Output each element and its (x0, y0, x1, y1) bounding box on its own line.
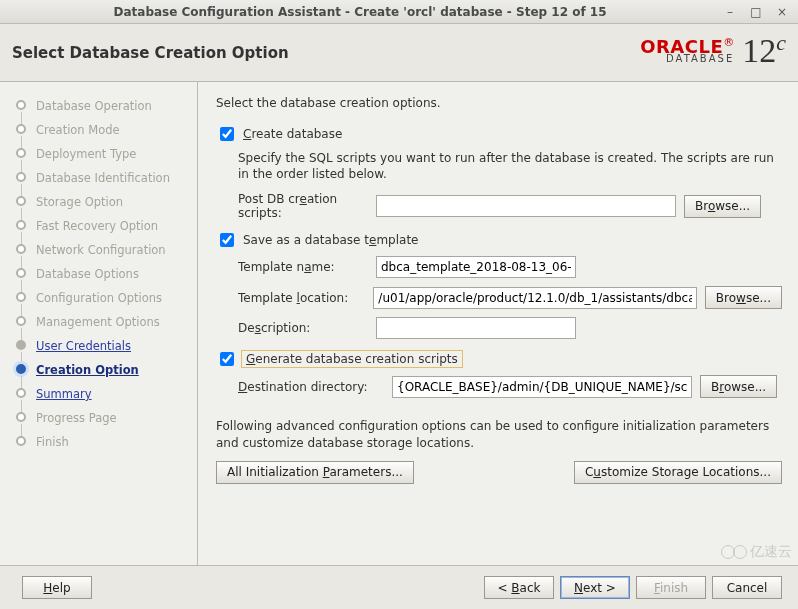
oracle-logo: ORACLE® DATABASE 12c (640, 32, 786, 68)
destination-dir-input[interactable] (392, 376, 692, 398)
window-titlebar: Database Configuration Assistant - Creat… (0, 0, 798, 24)
post-scripts-browse-button[interactable]: Browse... (684, 195, 761, 218)
step-configuration-options: Configuration Options (18, 286, 189, 310)
destination-dir-browse-button[interactable]: Browse... (700, 375, 777, 398)
page-title: Select Database Creation Option (12, 44, 289, 62)
cancel-button[interactable]: Cancel (712, 576, 782, 599)
step-database-identification: Database Identification (18, 166, 189, 190)
step-database-operation: Database Operation (18, 94, 189, 118)
step-network-configuration: Network Configuration (18, 238, 189, 262)
template-location-browse-button[interactable]: Browse... (705, 286, 782, 309)
version-number: 12 (742, 32, 776, 69)
step-finish: Finish (18, 430, 189, 454)
maximize-icon[interactable]: □ (748, 4, 764, 20)
minimize-icon[interactable]: – (722, 4, 738, 20)
template-location-input[interactable] (373, 287, 696, 309)
destination-dir-label: Destination directory: (238, 380, 384, 394)
customize-storage-button[interactable]: Customize Storage Locations... (574, 461, 782, 484)
generate-scripts-label: Generate database creation scripts (243, 352, 461, 366)
next-button[interactable]: Next > (560, 576, 630, 599)
step-storage-option: Storage Option (18, 190, 189, 214)
step-deployment-type: Deployment Type (18, 142, 189, 166)
create-database-checkbox[interactable] (220, 127, 234, 141)
save-template-checkbox[interactable] (220, 233, 234, 247)
step-summary[interactable]: Summary (18, 382, 189, 406)
create-database-desc: Specify the SQL scripts you want to run … (238, 150, 782, 182)
main-panel: Select the database creation options. Cr… (198, 82, 798, 565)
wizard-footer: Help < Back Next > Finish Cancel (0, 565, 798, 609)
finish-button: Finish (636, 576, 706, 599)
step-progress-page: Progress Page (18, 406, 189, 430)
advanced-text: Following advanced configuration options… (216, 418, 782, 450)
generate-scripts-checkbox[interactable] (220, 352, 234, 366)
post-scripts-input[interactable] (376, 195, 676, 217)
step-user-credentials[interactable]: User Credentials (18, 334, 189, 358)
wizard-sidebar: Database Operation Creation Mode Deploym… (0, 82, 198, 565)
instruction-text: Select the database creation options. (216, 96, 782, 110)
step-management-options: Management Options (18, 310, 189, 334)
step-database-options: Database Options (18, 262, 189, 286)
all-init-params-button[interactable]: All Initialization Parameters... (216, 461, 414, 484)
step-fast-recovery-option: Fast Recovery Option (18, 214, 189, 238)
post-scripts-label: Post DB creation scripts: (238, 192, 368, 220)
close-icon[interactable]: × (774, 4, 790, 20)
template-description-input[interactable] (376, 317, 576, 339)
template-location-label: Template location: (238, 291, 365, 305)
template-name-label: Template name: (238, 260, 368, 274)
window-title: Database Configuration Assistant - Creat… (8, 5, 712, 19)
back-button[interactable]: < Back (484, 576, 554, 599)
create-database-label: Create database (243, 127, 342, 141)
version-suffix: c (776, 30, 786, 55)
page-header: Select Database Creation Option ORACLE® … (0, 24, 798, 82)
step-creation-option[interactable]: Creation Option (18, 358, 189, 382)
save-template-label: Save as a database template (243, 233, 419, 247)
template-description-label: Description: (238, 321, 368, 335)
step-creation-mode: Creation Mode (18, 118, 189, 142)
template-name-input[interactable] (376, 256, 576, 278)
help-button[interactable]: Help (22, 576, 92, 599)
